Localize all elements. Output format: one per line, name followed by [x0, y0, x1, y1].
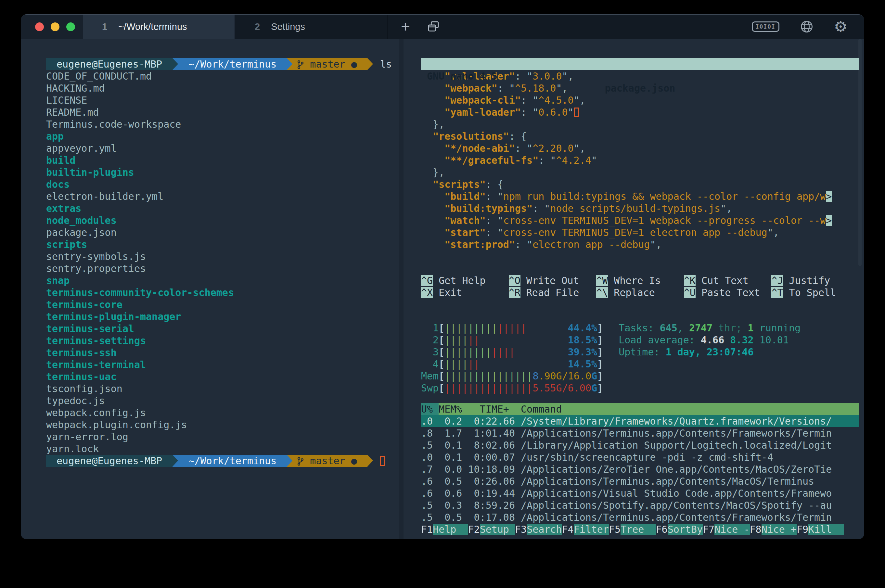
shortcut-item[interactable]: ^T To Spell: [771, 286, 859, 298]
scrollbar[interactable]: [858, 39, 862, 266]
file-name: webpack.config.js: [46, 407, 146, 418]
minimize-button[interactable]: [51, 22, 60, 31]
terminal-pane-right[interactable]: GNU nano 4.5 package.json "val-loader": …: [404, 39, 864, 539]
nano-text-segment: ",: [562, 70, 574, 82]
file-name: tsconfig.json: [46, 383, 123, 394]
fkey-item[interactable]: F9Kill: [796, 524, 844, 536]
shortcut-item[interactable]: ^G Get Help: [421, 274, 509, 286]
file-name: package.json: [46, 227, 117, 238]
terminal-pane-left[interactable]: eugene@Eugenes-MBP ~/Work/terminus maste…: [21, 39, 399, 539]
fkey-key: F6: [656, 524, 668, 535]
file-entry: webpack.config.js: [46, 407, 399, 419]
directory-name: terminus-plugin-manager: [46, 311, 181, 322]
fkey-item[interactable]: F2Setup: [468, 524, 515, 536]
new-tab-button[interactable]: +: [401, 15, 410, 39]
shortcut-key: ^R: [509, 287, 520, 298]
meter-label: 3: [421, 346, 439, 358]
directory-name: build: [46, 154, 75, 166]
shortcut-key: ^X: [421, 287, 433, 298]
nano-text-segment: ": [526, 70, 532, 82]
shortcut-item[interactable]: ^K Cut Text: [684, 274, 772, 286]
meter-label: Mem: [421, 370, 439, 382]
shortcut-item[interactable]: ^J Justify: [771, 274, 859, 286]
file-name: Terminus.code-workspace: [46, 118, 181, 130]
nano-text-segment: : {: [509, 130, 526, 142]
meter-value-segment: 14.5%: [568, 358, 597, 370]
nano-text-segment: ": [532, 106, 538, 118]
shortcut-item[interactable]: ^W Where Is: [596, 274, 684, 286]
file-entry: appveyor.yml: [46, 142, 399, 154]
tab-settings[interactable]: 2 Settings: [235, 15, 388, 39]
meter-bracket: [: [439, 370, 444, 382]
file-name: HACKING.md: [46, 82, 105, 94]
tab-title: ~/Work/terminus: [118, 21, 187, 32]
file-entry: docs: [46, 178, 399, 190]
shortcut-item[interactable]: ^\ Replace: [596, 286, 684, 298]
nano-text-segment: ": [526, 142, 532, 154]
powerline-arrow-shape: [287, 455, 292, 466]
nano-text-segment: :: [486, 215, 497, 226]
globe-icon[interactable]: [800, 20, 814, 34]
fkey-key: F7: [703, 524, 714, 535]
nano-text-segment: ": [509, 82, 515, 94]
fkey-item[interactable]: F6SortBy: [656, 524, 703, 536]
pane-divider[interactable]: [399, 39, 404, 539]
maximize-button[interactable]: [66, 22, 75, 31]
fkey-item[interactable]: F3Search: [515, 524, 562, 536]
nano-text-segment: npm run build:typings && webpack --color…: [503, 191, 826, 202]
serial-port-icon[interactable]: IOIOI: [752, 21, 779, 32]
nano-text-segment: },: [421, 166, 444, 178]
tab-terminal[interactable]: 1 ~/Work/terminus: [82, 15, 235, 39]
load-average-line-segment: 10.01: [760, 334, 789, 346]
nano-text-segment: [421, 191, 444, 202]
file-entry: typedoc.js: [46, 395, 399, 407]
file-name: yarn.lock: [46, 443, 99, 454]
nano-text-segment: ",: [574, 142, 585, 154]
process-table: U% MEM% TIME+ Command .0 0.2 0:22.66 /Sy…: [421, 403, 859, 536]
meter-bracket: ]: [597, 322, 603, 334]
column-headers[interactable]: MEM% TIME+ Command: [439, 403, 859, 415]
shortcut-item[interactable]: ^X Exit: [421, 286, 509, 298]
nano-text-segment: ": [497, 227, 503, 238]
shortcut-item[interactable]: ^R Read File: [509, 286, 597, 298]
nano-text-segment: :: [515, 70, 526, 82]
file-entry: package.json: [46, 226, 399, 238]
sort-column-header[interactable]: U%: [421, 403, 439, 415]
nano-text-segment: [421, 154, 444, 166]
file-entry: builtin-plugins: [46, 166, 399, 178]
shortcut-item[interactable]: ^O Write Out: [509, 274, 597, 286]
file-entry: terminus-settings: [46, 334, 399, 346]
shortcut-item[interactable]: ^U Paste Text: [684, 286, 772, 298]
fkey-item[interactable]: F8Nice +: [750, 524, 797, 536]
nano-line: "**/graceful-fs": "^4.2.4": [421, 154, 859, 166]
nano-app-title: GNU nano 4.5: [427, 70, 497, 82]
nano-text-segment: [421, 106, 444, 118]
nano-text-segment: [421, 130, 433, 142]
nano-text-segment: ": [497, 215, 503, 226]
nano-text-segment: cross-env TERMINUS_DEV=1 electron app --…: [503, 227, 767, 238]
nano-text-segment: [421, 239, 444, 250]
terminal-content: eugene@Eugenes-MBP ~/Work/terminus maste…: [21, 39, 864, 539]
meter-value: 18.5%: [568, 334, 597, 346]
tab-number: 2: [255, 21, 260, 32]
nano-text-segment: ": [544, 203, 550, 214]
fkey-item[interactable]: F4Filter: [562, 524, 609, 536]
gear-icon[interactable]: ⚙: [834, 19, 848, 34]
fkey-item[interactable]: F1Help: [421, 524, 468, 536]
process-table-header[interactable]: U% MEM% TIME+ Command: [421, 403, 859, 415]
nano-status-line: [421, 250, 859, 262]
fkey-item[interactable]: F5Tree: [609, 524, 656, 536]
file-entry: snap: [46, 274, 399, 286]
shortcut-key: ^K: [684, 275, 696, 286]
fkey-item[interactable]: F7Nice -: [703, 524, 750, 536]
meter-bars-red: |||||: [497, 322, 526, 334]
shortcut-label: Write Out: [520, 275, 579, 286]
file-name: LICENSE: [46, 94, 87, 106]
duplicate-window-icon[interactable]: [427, 20, 440, 33]
meter-bracket: ]: [597, 382, 603, 394]
meter-bracket: [: [439, 322, 444, 334]
nano-text-segment: ",: [650, 239, 662, 250]
close-button[interactable]: [35, 22, 44, 31]
meter-body: ||||||||||||39.3%: [444, 346, 597, 358]
meter-bracket: ]: [597, 370, 603, 382]
